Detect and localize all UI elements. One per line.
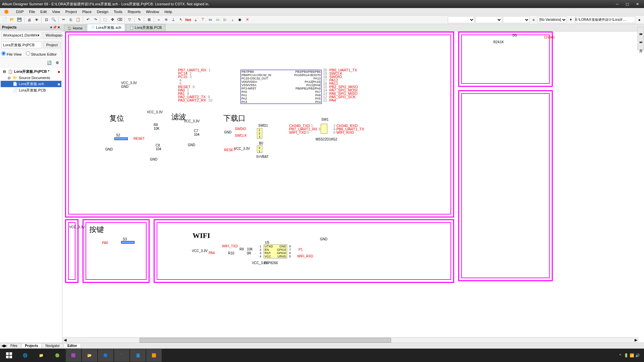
esp8266-component[interactable]: UTXDENRSTVCC GNDGPIO2GPIO0URXD (264, 244, 287, 258)
harness-button[interactable]: ⬨ (229, 16, 236, 23)
cut-button[interactable]: ✂ (60, 16, 67, 23)
radio-fileview[interactable]: File View (1, 51, 22, 56)
bus-button[interactable]: ≋ (163, 16, 169, 23)
combo1[interactable] (448, 16, 475, 23)
task-altium[interactable]: ⚫ (114, 349, 129, 362)
tab-sch[interactable]: 📄 Lora开发板.sch (87, 24, 125, 31)
list-button[interactable]: ≡ (530, 16, 537, 23)
task-app2[interactable]: 🔵 (98, 349, 113, 362)
horizontal-scrollbar[interactable]: ◀ ▶ (62, 337, 639, 343)
annotate-button[interactable]: ⊞ (146, 16, 152, 23)
tray-icons[interactable]: 🔋 📶 🔊 (624, 353, 640, 358)
net-button[interactable]: Net (185, 16, 192, 23)
signal-button[interactable]: ⊥ (170, 16, 177, 23)
close-button[interactable]: ✕ (633, 1, 642, 7)
redo-button[interactable]: ↷ (92, 16, 99, 23)
arrow-button[interactable]: ↖ (177, 16, 184, 23)
btab-navigator[interactable]: Navigator (42, 343, 64, 348)
menu-help[interactable]: Help (162, 9, 175, 14)
task-store[interactable]: 🟢 (50, 349, 65, 362)
side-clip[interactable]: 剪贴板 (637, 35, 644, 42)
paste-button[interactable]: 📋 (75, 16, 82, 23)
tab-pcb[interactable]: 📋 Lora开发板.PCB (126, 24, 166, 31)
filter-button[interactable]: ▽ (126, 16, 133, 23)
cross-probe-button[interactable]: ✎ (136, 16, 143, 23)
part-button[interactable]: ▭ (207, 16, 214, 23)
task-explorer[interactable]: 📁 (34, 349, 49, 362)
minimize-button[interactable]: ─ (612, 1, 622, 7)
combo2[interactable] (475, 16, 502, 23)
noerc-button[interactable]: ✕ (244, 16, 251, 23)
btab-files[interactable]: Files (7, 343, 21, 348)
new-button[interactable]: 📄 (1, 16, 8, 23)
nav-right[interactable]: ▶ (4, 344, 7, 348)
menu-place[interactable]: Place (79, 9, 94, 14)
sw-s2[interactable] (114, 137, 128, 140)
project-tree[interactable]: ⊟📋 Lora开发板.PrjPCB *■ ⊟📁 Source Documents… (0, 68, 62, 343)
select-button[interactable]: ⬚ (102, 16, 108, 23)
menu-reports[interactable]: Reports (125, 9, 144, 14)
side-fav[interactable]: 收藏夹 (637, 27, 644, 34)
task-folder[interactable]: 📂 (82, 349, 97, 362)
menu-edit[interactable]: Edit (38, 9, 49, 14)
task-app1[interactable]: 🟪 (66, 349, 81, 362)
task-app3[interactable]: 🟧 (146, 349, 162, 362)
panel-close-icon[interactable]: ✕ (57, 25, 60, 29)
gnd-button[interactable]: ⏚ (192, 16, 199, 23)
task-edge[interactable]: 🌐 (17, 349, 33, 362)
move-button[interactable]: ✥ (109, 16, 116, 23)
print-button[interactable]: 🖨 (26, 16, 33, 23)
preview-button[interactable]: 👁 (33, 16, 40, 23)
menu-tools[interactable]: Tools (111, 9, 125, 14)
nav-left[interactable]: ◀ (1, 344, 4, 348)
tree-project[interactable]: ⊟📋 Lora开发板.PrjPCB *■ (1, 68, 61, 75)
go-button[interactable]: ● (636, 16, 643, 23)
panel-dropdown-icon[interactable]: ▾ (50, 25, 52, 29)
copy-button[interactable]: ⎘ (67, 16, 74, 23)
undo-button[interactable]: ↶ (85, 16, 91, 23)
wire-button[interactable]: ≈ (155, 16, 162, 23)
menu-dxp[interactable]: DXP (13, 9, 26, 14)
dxp-menu[interactable] (1, 9, 11, 15)
workspace-combo[interactable]: Workspace1.DsnWrk▾ (1, 32, 41, 39)
combo3[interactable] (503, 16, 530, 23)
tree-sch-file[interactable]: 📄 Lora开发板.sch■ (1, 81, 61, 87)
menu-file[interactable]: File (26, 9, 38, 14)
editor-tab[interactable]: Editor (64, 343, 81, 348)
btab-projects[interactable]: Projects (21, 343, 42, 348)
variations-combo[interactable]: [No Variations] (538, 16, 567, 23)
project-combo[interactable]: Lora开发板.PrjPCB (1, 42, 42, 48)
tree-pcb-file[interactable]: 📄 Lora开发板.PCB (1, 87, 61, 94)
task-word[interactable]: 📘 (130, 349, 146, 362)
save-button[interactable]: 💾 (16, 16, 23, 23)
radio-structure[interactable]: Structure Editor (26, 51, 57, 56)
tray-up-icon[interactable]: ^ (620, 353, 621, 357)
open-button[interactable]: 📂 (9, 16, 15, 23)
panel-pin-icon[interactable]: 📌 (53, 25, 57, 29)
system-tray[interactable]: ^ 🔋 📶 🔊 (617, 353, 643, 358)
path-input[interactable] (575, 16, 635, 23)
zoom-fit-button[interactable]: ⊡ (43, 16, 50, 23)
options-icon[interactable]: ⚙ (54, 59, 61, 66)
port-button[interactable]: ▷ (222, 16, 228, 23)
device-button[interactable]: ◉ (236, 16, 243, 23)
zoom-in-button[interactable]: 🔍 (50, 16, 57, 23)
schematic-canvas[interactable]: PB7_UART1_RX 1PC14 2PC15 3 4 5RESET 6PA0… (62, 32, 644, 343)
vcc-button[interactable]: ⊤ (200, 16, 206, 23)
sw1-component[interactable] (321, 124, 327, 134)
menu-view[interactable]: View (49, 9, 63, 14)
refresh-icon[interactable]: 🔄 (46, 59, 53, 66)
maximize-button[interactable]: ▢ (623, 1, 632, 7)
sheet-button[interactable]: ▭ (214, 16, 221, 23)
menu-project[interactable]: Project (63, 9, 79, 14)
side-lib[interactable]: 库 (637, 43, 644, 50)
mcu-component[interactable]: PB7_UART1_RX 1PC14 2PC15 3 4 5RESET 6PA0… (178, 68, 322, 105)
tab-home[interactable]: 🏠 Home (64, 25, 86, 31)
dropdown-icon[interactable]: ▾ (568, 16, 574, 23)
tree-source-docs[interactable]: ⊟📁 Source Documents (1, 75, 61, 81)
sw-s3[interactable] (121, 241, 135, 244)
menu-window[interactable]: Window (143, 9, 162, 14)
menu-design[interactable]: Design (94, 9, 111, 14)
project-button[interactable]: Project (43, 42, 61, 48)
start-button[interactable] (1, 349, 17, 362)
